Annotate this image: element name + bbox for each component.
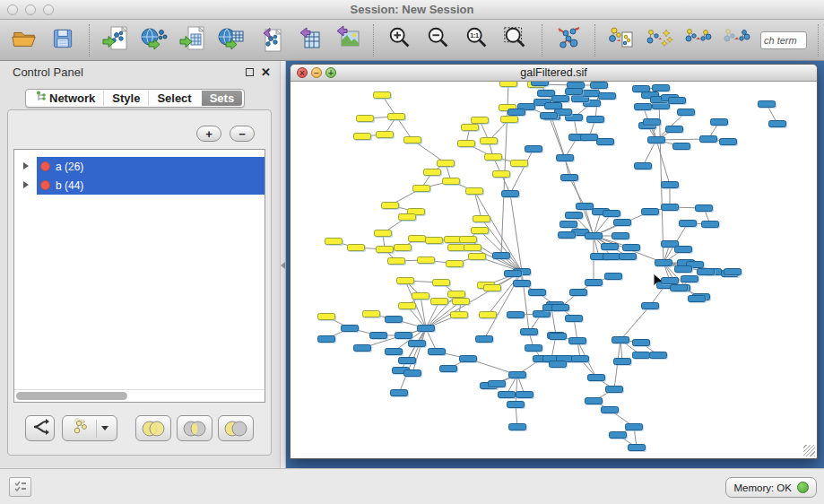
graph-edge[interactable] [510, 149, 533, 194]
graph-node-set-member[interactable] [450, 311, 468, 318]
graph-node-set-member[interactable] [381, 202, 399, 209]
graph-node-set-member[interactable] [396, 277, 414, 284]
graph-node-set-member[interactable] [447, 244, 465, 251]
graph-node[interactable] [408, 340, 426, 347]
graph-node-set-member[interactable] [423, 169, 441, 176]
graph-node[interactable] [488, 380, 506, 387]
graph-node-set-member[interactable] [459, 236, 477, 243]
difference-sets-button[interactable] [218, 415, 254, 441]
close-panel-icon[interactable]: ✕ [261, 65, 271, 79]
graph-node[interactable] [428, 348, 446, 355]
scrollbar-thumb[interactable] [16, 392, 127, 400]
graph-node[interactable] [403, 369, 421, 377]
save-session-button[interactable] [48, 24, 78, 56]
graph-node[interactable] [507, 109, 525, 116]
graph-node-set-member[interactable] [452, 298, 470, 305]
network-minimize-button[interactable]: − [311, 67, 322, 78]
graph-node[interactable] [699, 135, 717, 143]
graph-node-set-member[interactable] [464, 244, 481, 251]
graph-node-set-member[interactable] [446, 260, 464, 267]
graph-node[interactable] [549, 361, 567, 368]
graph-node[interactable] [724, 268, 742, 275]
graph-node[interactable] [504, 270, 522, 277]
graph-node-set-member[interactable] [376, 131, 394, 138]
graph-node-set-member[interactable] [347, 244, 365, 251]
graph-node-set-member[interactable] [362, 310, 380, 317]
graph-node[interactable] [540, 112, 558, 119]
network-window[interactable]: × − + galFiltered.sif [290, 64, 818, 459]
network-canvas[interactable] [291, 82, 817, 458]
graph-node[interactable] [643, 118, 661, 126]
memory-status-button[interactable]: Memory: OK [725, 477, 817, 498]
graph-node[interactable] [525, 344, 542, 352]
graph-node[interactable] [590, 82, 608, 89]
graph-node-set-member[interactable] [473, 215, 490, 222]
graph-node[interactable] [697, 268, 715, 275]
graph-node[interactable] [603, 253, 620, 260]
graph-node-set-member[interactable] [430, 298, 448, 305]
tab-style[interactable]: Style [103, 91, 148, 106]
search-input[interactable] [760, 31, 807, 49]
graph-node-set-member[interactable] [376, 246, 394, 253]
expander-triangle-icon[interactable] [23, 181, 29, 188]
graph-node[interactable] [649, 352, 667, 359]
graph-node[interactable] [641, 208, 659, 215]
graph-node[interactable] [622, 244, 640, 251]
graph-node[interactable] [661, 277, 679, 284]
graph-node[interactable] [652, 102, 670, 109]
graph-node-set-member[interactable] [353, 133, 371, 140]
graph-node-set-member[interactable] [499, 82, 517, 87]
graph-edge[interactable] [620, 306, 650, 340]
graph-node[interactable] [634, 103, 652, 110]
network-zoom-button[interactable]: + [325, 67, 336, 78]
graph-node-set-member[interactable] [412, 292, 429, 300]
graph-node[interactable] [670, 284, 688, 291]
remove-set-button[interactable]: − [230, 126, 255, 142]
graph-node-set-member[interactable] [461, 124, 479, 131]
graph-edge[interactable] [412, 328, 426, 373]
graph-node[interactable] [609, 431, 627, 439]
graph-node-set-member[interactable] [417, 256, 435, 264]
graph-node[interactable] [475, 335, 493, 343]
graph-node[interactable] [613, 219, 631, 226]
import-table-file-button[interactable] [178, 24, 208, 56]
graph-node[interactable] [632, 339, 650, 346]
graph-node-set-member[interactable] [432, 279, 450, 286]
graph-node-set-member[interactable] [317, 313, 335, 320]
graph-node[interactable] [569, 289, 587, 296]
graph-node[interactable] [768, 120, 786, 127]
graph-node[interactable] [582, 90, 600, 97]
graph-node[interactable] [525, 145, 542, 152]
graph-node[interactable] [398, 357, 416, 364]
graph-node-set-member[interactable] [483, 284, 501, 291]
graph-node[interactable] [565, 88, 583, 95]
graph-node-set-member[interactable] [500, 116, 518, 123]
graph-node[interactable] [531, 82, 549, 86]
graph-node-set-member[interactable] [403, 136, 421, 143]
panel-splitter[interactable] [280, 61, 286, 468]
graph-node-set-member[interactable] [437, 160, 455, 167]
graph-node[interactable] [580, 134, 598, 141]
graph-node-set-member[interactable] [471, 117, 489, 124]
graph-node[interactable] [601, 243, 619, 250]
graph-node[interactable] [619, 253, 637, 260]
graph-node[interactable] [585, 232, 603, 239]
graph-node[interactable] [601, 406, 619, 413]
graph-node[interactable] [632, 352, 650, 359]
union-sets-button[interactable] [135, 415, 171, 441]
graph-node[interactable] [611, 336, 629, 343]
graph-node[interactable] [551, 95, 569, 102]
graph-node-set-member[interactable] [492, 170, 510, 178]
graph-node[interactable] [641, 302, 659, 309]
tab-select[interactable]: Select [148, 91, 199, 106]
graph-node-set-member[interactable] [471, 227, 489, 234]
graph-node[interactable] [508, 423, 526, 430]
zoom-fit-selected-button[interactable] [500, 24, 531, 56]
graph-node-set-member[interactable] [447, 291, 465, 298]
graph-node[interactable] [585, 397, 603, 404]
graph-node[interactable] [492, 252, 510, 259]
graph-node[interactable] [674, 265, 692, 273]
graph-node[interactable] [417, 325, 435, 332]
graph-node[interactable] [560, 174, 578, 181]
graph-node-set-member[interactable] [510, 160, 528, 167]
